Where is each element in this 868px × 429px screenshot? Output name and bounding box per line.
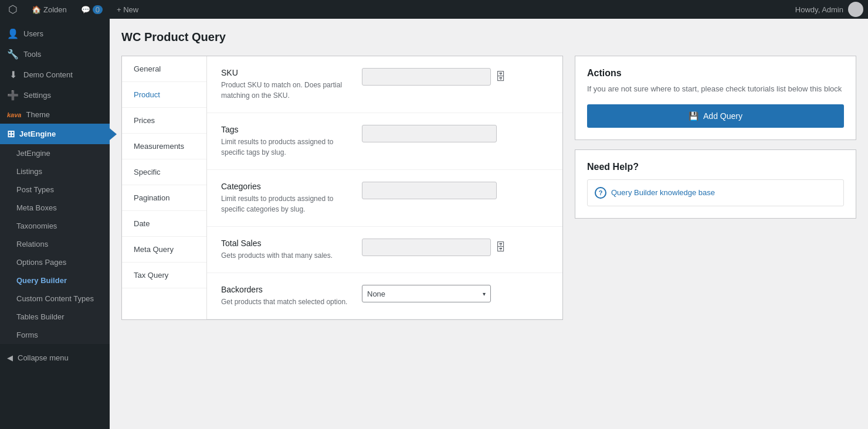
tags-input[interactable] <box>362 125 497 142</box>
help-title: Need Help? <box>587 162 844 172</box>
howdy-text: Howdy, Admin <box>795 5 843 14</box>
sidebar-item-demo-content[interactable]: ⬇ Demo Content <box>0 64 110 85</box>
sidebar: 👤 Users 🔧 Tools ⬇ Demo Content ➕ Setting… <box>0 19 110 429</box>
sidebar-item-tables-builder[interactable]: Tables Builder <box>0 308 110 326</box>
new-item-link[interactable]: + New <box>113 0 142 19</box>
tab-specific[interactable]: Specific <box>122 159 206 185</box>
knowledge-base-label: Query Builder knowledge base <box>611 188 715 197</box>
db-icon-sku[interactable]: 🗄 <box>496 71 506 83</box>
jetengine-icon: ⊞ <box>7 128 15 139</box>
tab-measurements[interactable]: Measurements <box>122 134 206 159</box>
help-circle-icon: ? <box>595 187 606 199</box>
jetengine-label: JetEngine <box>19 130 56 138</box>
sidebar-item-query-builder[interactable]: Query Builder <box>0 271 110 290</box>
sidebar-item-label: Users <box>23 29 43 38</box>
field-label-backorders: Backorders <box>221 285 350 294</box>
chevron-down-icon: ▾ <box>483 291 486 297</box>
kava-label: kava <box>7 111 21 118</box>
backorders-select[interactable]: None ▾ <box>362 285 491 302</box>
sidebar-submenu-label: Meta Boxes <box>16 203 57 212</box>
top-bar: ⬡ 🏠 Zolden 💬 0 + New Howdy, Admin <box>0 0 868 19</box>
comment-count: 0 <box>93 5 103 14</box>
add-query-label: Add Query <box>703 111 742 121</box>
wp-logo[interactable]: ⬡ <box>5 0 21 19</box>
field-control-categories <box>362 182 548 199</box>
tab-general[interactable]: General <box>122 56 206 82</box>
sidebar-right: Actions If you are not sure where to sta… <box>575 56 856 320</box>
actions-desc: If you are not sure where to start, plea… <box>587 83 844 95</box>
sidebar-item-post-types[interactable]: Post Types <box>0 181 110 199</box>
site-name-link[interactable]: 🏠 Zolden <box>28 0 70 19</box>
sidebar-item-listings[interactable]: Listings <box>0 162 110 181</box>
page-title: WC Product Query <box>121 30 856 44</box>
tabs-column: General Product Prices Measurements Spec… <box>122 56 207 319</box>
collapse-icon: ◀ <box>7 353 13 362</box>
sidebar-item-tools[interactable]: 🔧 Tools <box>0 44 110 64</box>
db-icon-total-sales[interactable]: 🗄 <box>496 241 506 254</box>
field-row-backorders: Backorders Get products that match selec… <box>207 273 562 319</box>
categories-input[interactable] <box>362 182 497 199</box>
sidebar-item-label: Tools <box>23 50 41 59</box>
settings-icon: ➕ <box>7 90 19 101</box>
sidebar-submenu-label: Tables Builder <box>16 312 65 321</box>
sidebar-submenu-label: JetEngine <box>16 149 50 158</box>
field-label-total-sales: Total Sales <box>221 239 350 248</box>
new-label: + New <box>117 5 138 14</box>
field-info-sku: SKU Product SKU to match on. Does partia… <box>221 68 350 101</box>
field-row-categories: Categories Limit results to products ass… <box>207 170 562 227</box>
tab-product[interactable]: Product <box>122 82 206 108</box>
collapse-label: Collapse menu <box>18 353 69 362</box>
comments-link[interactable]: 💬 0 <box>77 0 106 19</box>
fields-area: SKU Product SKU to match on. Does partia… <box>207 56 562 319</box>
field-desc-total-sales: Gets products with that many sales. <box>221 250 350 261</box>
demo-content-icon: ⬇ <box>7 69 19 80</box>
collapse-menu-button[interactable]: ◀ Collapse menu <box>0 349 110 367</box>
field-label-categories: Categories <box>221 182 350 191</box>
add-query-button[interactable]: 💾 Add Query <box>587 104 844 128</box>
tab-date[interactable]: Date <box>122 211 206 237</box>
jetengine-header[interactable]: ⊞ JetEngine <box>0 124 110 144</box>
sidebar-item-forms[interactable]: Forms <box>0 326 110 344</box>
sidebar-item-users[interactable]: 👤 Users <box>0 23 110 44</box>
sidebar-submenu-label: Post Types <box>16 185 54 194</box>
field-desc-backorders: Get products that match selected option. <box>221 297 350 307</box>
help-box: Need Help? ? Query Builder knowledge bas… <box>575 149 856 219</box>
sidebar-submenu-label: Query Builder <box>16 276 67 285</box>
jetengine-submenu: JetEngine Listings Post Types Meta Boxes… <box>0 144 110 344</box>
sidebar-item-jetengine[interactable]: JetEngine <box>0 144 110 162</box>
knowledge-base-link[interactable]: ? Query Builder knowledge base <box>587 179 844 206</box>
kava-theme-item[interactable]: kava Theme <box>0 105 110 124</box>
main-content: WC Product Query General Product Prices … <box>110 19 868 429</box>
collapse-arrow <box>110 128 117 140</box>
field-label-tags: Tags <box>221 125 350 134</box>
field-desc-categories: Limit results to products assigned to sp… <box>221 193 350 215</box>
field-label-sku: SKU <box>221 68 350 77</box>
sidebar-item-meta-boxes[interactable]: Meta Boxes <box>0 199 110 217</box>
sidebar-item-label: Demo Content <box>23 70 73 79</box>
field-control-total-sales: 🗄 <box>362 239 548 256</box>
form-area: General Product Prices Measurements Spec… <box>121 56 563 320</box>
tab-prices[interactable]: Prices <box>122 108 206 134</box>
sidebar-item-settings[interactable]: ➕ Settings <box>0 85 110 105</box>
field-control-sku: 🗄 <box>362 68 548 86</box>
field-desc-sku: Product SKU to match on. Does partial ma… <box>221 80 350 101</box>
field-info-categories: Categories Limit results to products ass… <box>221 182 350 215</box>
tab-pagination[interactable]: Pagination <box>122 185 206 211</box>
home-icon: 🏠 <box>32 5 41 14</box>
sidebar-item-taxonomies[interactable]: Taxonomies <box>0 217 110 235</box>
sidebar-submenu-label: Listings <box>16 167 42 176</box>
field-control-tags <box>362 125 548 142</box>
sku-input[interactable] <box>362 68 491 86</box>
sidebar-submenu-label: Custom Content Types <box>16 294 94 303</box>
sidebar-item-relations[interactable]: Relations <box>0 235 110 253</box>
sidebar-item-label: Settings <box>23 91 51 100</box>
tab-meta-query[interactable]: Meta Query <box>122 237 206 263</box>
form-body: General Product Prices Measurements Spec… <box>122 56 562 319</box>
avatar <box>848 2 863 17</box>
users-icon: 👤 <box>7 28 19 39</box>
sidebar-item-options-pages[interactable]: Options Pages <box>0 253 110 271</box>
total-sales-input[interactable] <box>362 239 491 256</box>
sidebar-item-custom-content-types[interactable]: Custom Content Types <box>0 290 110 308</box>
tab-tax-query[interactable]: Tax Query <box>122 263 206 288</box>
sidebar-submenu-label: Options Pages <box>16 258 66 267</box>
